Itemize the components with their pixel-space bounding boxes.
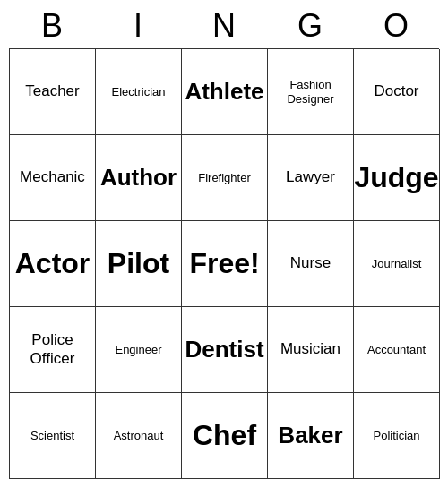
bingo-cell: Nurse — [268, 221, 354, 307]
cell-label: Musician — [280, 340, 340, 358]
bingo-cell: Lawyer — [268, 135, 354, 221]
bingo-cell: Athlete — [182, 49, 268, 135]
cell-label: Lawyer — [286, 168, 335, 186]
bingo-cell: Chef — [182, 393, 268, 479]
cell-label: Actor — [15, 246, 90, 280]
bingo-cell: Police Officer — [10, 307, 96, 393]
cell-label: Athlete — [185, 78, 263, 106]
cell-label: Mechanic — [20, 168, 85, 186]
cell-label: Accountant — [367, 343, 426, 357]
bingo-cell: Scientist — [10, 393, 96, 479]
bingo-cell: Engineer — [96, 307, 182, 393]
bingo-letter: N — [185, 7, 263, 45]
cell-label: Free! — [189, 246, 259, 280]
cell-label: Judge — [354, 160, 438, 194]
bingo-letter: I — [99, 7, 177, 45]
bingo-grid: TeacherElectricianAthleteFashion Designe… — [9, 48, 439, 479]
cell-label: Author — [100, 164, 177, 192]
cell-label: Electrician — [112, 85, 166, 99]
bingo-cell: Musician — [268, 307, 354, 393]
bingo-cell: Accountant — [354, 307, 440, 393]
bingo-cell: Electrician — [96, 49, 182, 135]
bingo-cell: Firefighter — [182, 135, 268, 221]
cell-label: Journalist — [372, 257, 422, 271]
cell-label: Baker — [278, 422, 342, 449]
bingo-cell: Fashion Designer — [268, 49, 354, 135]
cell-label: Politician — [373, 429, 419, 443]
cell-label: Nurse — [290, 254, 331, 272]
bingo-cell: Teacher — [10, 49, 96, 135]
bingo-cell: Dentist — [182, 307, 268, 393]
bingo-cell: Author — [96, 135, 182, 221]
cell-label: Engineer — [115, 343, 161, 357]
bingo-cell: Astronaut — [96, 393, 182, 479]
cell-label: Scientist — [30, 429, 74, 443]
bingo-header: BINGO — [9, 0, 439, 48]
bingo-cell: Pilot — [96, 221, 182, 307]
cell-label: Police Officer — [13, 331, 91, 368]
cell-label: Pilot — [108, 246, 169, 280]
bingo-cell: Baker — [268, 393, 354, 479]
bingo-cell: Journalist — [354, 221, 440, 307]
bingo-cell: Politician — [354, 393, 440, 479]
bingo-cell: Mechanic — [10, 135, 96, 221]
cell-label: Firefighter — [198, 171, 251, 185]
cell-label: Chef — [193, 418, 256, 452]
bingo-letter: G — [271, 7, 349, 45]
bingo-cell: Actor — [10, 221, 96, 307]
bingo-cell: Judge — [354, 135, 440, 221]
bingo-letter: O — [357, 7, 435, 45]
bingo-cell: Doctor — [354, 49, 440, 135]
cell-label: Astronaut — [114, 429, 164, 443]
bingo-letter: B — [13, 7, 91, 45]
cell-label: Dentist — [185, 336, 263, 363]
cell-label: Fashion Designer — [271, 78, 349, 106]
cell-label: Doctor — [374, 82, 418, 100]
bingo-cell: Free! — [182, 221, 268, 307]
cell-label: Teacher — [25, 82, 79, 100]
